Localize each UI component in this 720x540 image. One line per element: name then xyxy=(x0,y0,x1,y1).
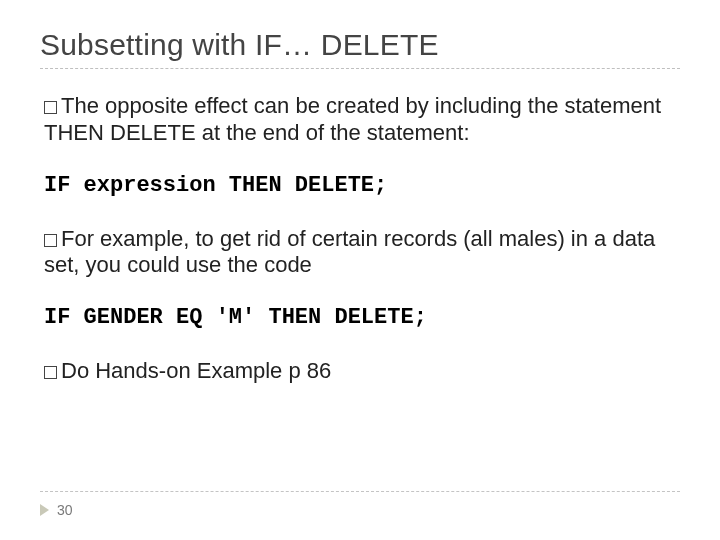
arrow-right-icon xyxy=(40,504,49,516)
page-number: 30 xyxy=(57,502,73,518)
slide-title: Subsetting with IF… DELETE xyxy=(40,28,680,62)
paragraph-1-text: The opposite effect can be created by in… xyxy=(44,93,661,145)
paragraph-3-text: Do Hands-on Example p 86 xyxy=(61,358,331,383)
bullet-icon xyxy=(44,366,57,379)
bullet-icon xyxy=(44,234,57,247)
paragraph-3: Do Hands-on Example p 86 xyxy=(40,358,680,385)
paragraph-1: The opposite effect can be created by in… xyxy=(40,93,680,147)
code-block-1: IF expression THEN DELETE; xyxy=(40,173,680,198)
title-divider xyxy=(40,68,680,69)
code-block-2: IF GENDER EQ 'M' THEN DELETE; xyxy=(40,305,680,330)
slide-footer: 30 xyxy=(40,491,680,518)
footer-divider xyxy=(40,491,680,492)
footer-row: 30 xyxy=(40,502,680,518)
bullet-icon xyxy=(44,101,57,114)
paragraph-2-text: For example, to get rid of certain recor… xyxy=(44,226,655,278)
paragraph-2: For example, to get rid of certain recor… xyxy=(40,226,680,280)
